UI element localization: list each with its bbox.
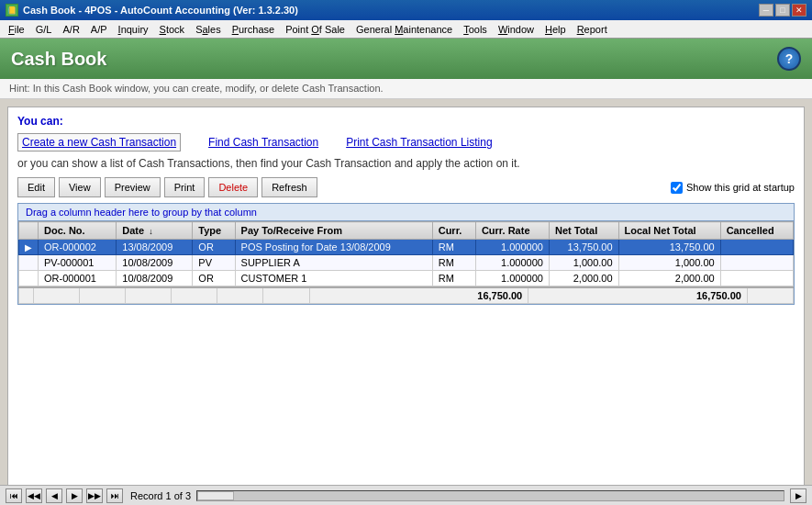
toolbar-left: Edit View Preview Print Delete Refresh [17,177,317,197]
menu-report[interactable]: Report [573,23,612,36]
cell-curr-rate: 1.000000 [475,271,549,286]
page-title: Cash Book [11,49,106,70]
delete-button[interactable]: Delete [208,177,258,197]
refresh-button[interactable]: Refresh [261,177,317,197]
row-indicator [19,255,39,271]
cell-date: 10/08/2009 [117,255,193,271]
cell-curr: RM [432,240,475,255]
cell-pay-to: CUSTOMER 1 [235,271,432,286]
data-table: Doc. No. Date ↓ Type Pay To/Receive From… [18,221,794,286]
footer-empty-1 [19,287,34,304]
col-date[interactable]: Date ↓ [117,222,193,240]
minimize-button[interactable]: ─ [759,4,773,17]
help-button[interactable]: ? [777,47,801,71]
grid-container: Drag a column header here to group by th… [17,203,795,305]
cell-doc-no: OR-000001 [39,271,117,286]
cell-type: OR [193,240,235,255]
menu-pos[interactable]: Point Of Sale [281,23,350,36]
hint-text: Hint: In this Cash Book window, you can … [9,83,384,94]
menu-inquiry[interactable]: Inquiry [114,23,153,36]
footer-empty-6 [217,287,263,304]
col-type[interactable]: Type [193,222,235,240]
cell-curr-rate: 1.000000 [475,240,549,255]
navigation-bar: ⏮ ◀◀ ◀ ▶ ▶▶ ⏭ Record 1 of 3 ▶ [0,485,812,505]
cell-type: OR [193,271,235,286]
row-indicator [19,271,39,286]
nav-first-button[interactable]: ⏮ [6,488,22,503]
cell-net-total: 2,000.00 [549,271,618,286]
menu-help[interactable]: Help [540,23,571,36]
nav-prev-page-button[interactable]: ◀◀ [26,488,42,503]
menu-ar[interactable]: A/R [58,23,83,36]
cell-date: 13/08/2009 [117,240,193,255]
nav-prev-button[interactable]: ◀ [46,488,62,503]
record-text: Record 1 of 3 [130,490,191,501]
footer-local-net-total: 16,750.00 [528,287,748,304]
cell-doc-no: PV-000001 [39,255,117,271]
cell-local-net-total: 2,000.00 [618,271,720,286]
cell-local-net-total: 13,750.00 [618,240,720,255]
print-button[interactable]: Print [164,177,206,197]
cell-type: PV [193,255,235,271]
col-doc-no[interactable]: Doc. No. [39,222,117,240]
nav-last-button[interactable]: ⏭ [106,488,123,503]
create-transaction-link[interactable]: Create a new Cash Transaction [17,133,181,152]
row-indicator: ▶ [19,240,39,255]
cell-local-net-total: 1,000.00 [618,255,720,271]
menu-general-maintenance[interactable]: General Maintenance [351,23,457,36]
footer-empty-3 [80,287,126,304]
find-transaction-link[interactable]: Find Cash Transaction [208,136,318,149]
main-content: You can: Create a new Cash Transaction F… [0,99,812,505]
menu-ap[interactable]: A/P [86,23,112,36]
toolbar: Edit View Preview Print Delete Refresh S… [17,177,795,197]
window-controls[interactable]: ─ □ ✕ [759,4,806,17]
menu-purchase[interactable]: Purchase [228,23,279,36]
show-grid-label: Show this grid at startup [686,182,795,193]
action-links: Create a new Cash Transaction Find Cash … [17,133,795,152]
app-icon: 📒 [6,4,18,17]
content-panel: You can: Create a new Cash Transaction F… [7,107,805,498]
scroll-right-button[interactable]: ▶ [790,488,806,503]
footer-empty-2 [34,287,80,304]
show-grid-checkbox-label[interactable]: Show this grid at startup [671,182,795,194]
col-pay-to[interactable]: Pay To/Receive From [235,222,432,240]
col-net-total[interactable]: Net Total [549,222,618,240]
col-local-net-total[interactable]: Local Net Total [618,222,720,240]
menu-stock[interactable]: Stock [155,23,190,36]
cell-cancelled [720,271,793,286]
menu-bar: File G/L A/R A/P Inquiry Stock Sales Pur… [0,20,812,39]
nav-next-page-button[interactable]: ▶▶ [86,488,103,503]
col-curr-rate[interactable]: Curr. Rate [475,222,549,240]
maximize-button[interactable]: □ [775,4,790,17]
table-row[interactable]: OR-00000110/08/2009ORCUSTOMER 1RM1.00000… [19,271,794,286]
cell-net-total: 13,750.00 [549,240,618,255]
edit-button[interactable]: Edit [17,177,55,197]
cell-curr: RM [432,255,475,271]
show-grid-checkbox[interactable] [671,182,683,194]
col-cancelled[interactable]: Cancelled [720,222,793,240]
menu-window[interactable]: Window [494,23,539,36]
menu-file[interactable]: File [4,23,29,36]
col-curr[interactable]: Curr. [432,222,475,240]
print-listing-link[interactable]: Print Cash Transaction Listing [346,136,492,149]
footer-net-total: 16,750.00 [309,287,528,304]
preview-button[interactable]: Preview [105,177,161,197]
menu-gl[interactable]: G/L [31,23,57,36]
menu-sales[interactable]: Sales [191,23,226,36]
view-button[interactable]: View [59,177,101,197]
table-row[interactable]: PV-00000110/08/2009PVSUPPLIER ARM1.00000… [19,255,794,271]
toolbar-right: Show this grid at startup [671,182,795,194]
cell-date: 10/08/2009 [117,271,193,286]
nav-next-button[interactable]: ▶ [66,488,83,503]
you-can-label: You can: [17,115,795,128]
close-button[interactable]: ✕ [792,4,806,17]
cell-cancelled [720,255,793,271]
totals-table: 16,750.00 16,750.00 [18,286,794,304]
menu-tools[interactable]: Tools [459,23,492,36]
cell-doc-no: OR-000002 [39,240,117,255]
cell-cancelled [720,240,793,255]
cell-pay-to: POS Posting for Date 13/08/2009 [235,240,432,255]
horizontal-scrollbar[interactable] [196,490,784,501]
table-row[interactable]: ▶OR-00000213/08/2009ORPOS Posting for Da… [19,240,794,255]
footer-empty-7 [263,287,309,304]
